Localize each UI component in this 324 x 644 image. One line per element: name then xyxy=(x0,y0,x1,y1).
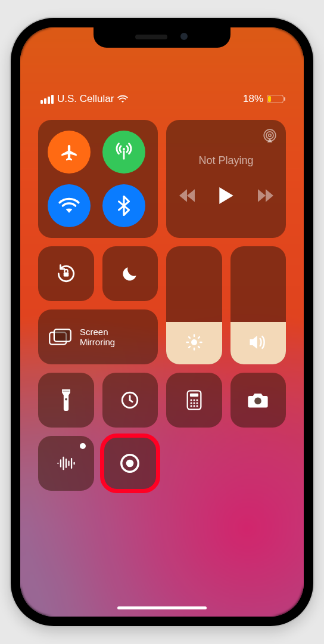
bluetooth-toggle[interactable] xyxy=(102,184,145,227)
screen-record-button[interactable] xyxy=(102,436,158,491)
wifi-icon xyxy=(58,197,80,215)
speaker-volume-icon xyxy=(230,333,286,351)
timer-icon xyxy=(120,390,140,410)
screen-mirroring-label-2: Mirroring xyxy=(80,337,115,347)
svg-point-19 xyxy=(190,405,192,407)
svg-rect-12 xyxy=(190,394,198,397)
carrier-label: U.S. Cellular xyxy=(57,93,114,105)
volume-slider[interactable] xyxy=(230,246,286,364)
rotation-lock-icon xyxy=(55,262,77,285)
svg-point-20 xyxy=(193,405,195,407)
next-track-button[interactable] xyxy=(258,189,273,202)
camera-icon xyxy=(247,391,269,409)
rotation-lock-toggle[interactable] xyxy=(38,246,94,301)
home-indicator[interactable] xyxy=(117,606,207,609)
airplane-mode-toggle[interactable] xyxy=(48,131,91,174)
svg-point-22 xyxy=(254,398,261,405)
screen-record-icon xyxy=(119,452,141,475)
svg-point-15 xyxy=(196,399,198,401)
cellular-antenna-icon xyxy=(114,142,134,162)
wifi-toggle[interactable] xyxy=(48,184,91,227)
airplay-icon[interactable] xyxy=(262,128,278,144)
battery-fill xyxy=(268,96,271,102)
voice-memo-button[interactable] xyxy=(38,436,94,491)
calculator-button[interactable] xyxy=(166,373,222,428)
now-playing-label: Not Playing xyxy=(198,154,253,167)
notch xyxy=(94,27,230,48)
svg-rect-7 xyxy=(54,329,71,341)
battery-percent-label: 18% xyxy=(243,93,263,105)
svg-point-5 xyxy=(191,339,197,345)
screen-mirroring-button[interactable]: Screen Mirroring xyxy=(38,309,158,364)
svg-point-24 xyxy=(126,460,134,467)
flashlight-icon xyxy=(60,389,72,411)
flashlight-button[interactable] xyxy=(38,373,94,428)
svg-point-14 xyxy=(193,399,195,401)
voice-memo-badge-icon xyxy=(80,443,86,449)
screen: U.S. Cellular 18% xyxy=(20,27,304,617)
svg-point-2 xyxy=(266,132,273,139)
svg-point-8 xyxy=(65,398,67,401)
screen-mirroring-label-1: Screen xyxy=(80,327,115,337)
brightness-slider[interactable] xyxy=(166,246,222,364)
svg-point-21 xyxy=(196,405,198,407)
do-not-disturb-toggle[interactable] xyxy=(102,246,158,301)
connectivity-module[interactable] xyxy=(38,120,158,238)
battery-icon xyxy=(267,95,284,103)
play-button[interactable] xyxy=(219,187,234,204)
signal-bars-icon xyxy=(40,95,54,104)
svg-rect-9 xyxy=(63,391,69,391)
control-center: Not Playing xyxy=(38,120,286,491)
phone-frame: U.S. Cellular 18% xyxy=(11,18,313,626)
svg-point-13 xyxy=(190,399,192,401)
camera-button[interactable] xyxy=(230,373,286,428)
cellular-data-toggle[interactable] xyxy=(102,131,145,174)
svg-point-18 xyxy=(196,402,198,404)
svg-point-3 xyxy=(269,134,271,137)
bluetooth-icon xyxy=(118,196,130,216)
brightness-sun-icon xyxy=(166,333,222,351)
airplane-icon xyxy=(59,142,79,162)
svg-point-16 xyxy=(190,402,192,404)
screen-mirroring-icon xyxy=(49,328,71,346)
previous-track-button[interactable] xyxy=(179,189,195,202)
svg-point-0 xyxy=(123,148,125,150)
svg-point-17 xyxy=(193,402,195,404)
voice-memo-icon xyxy=(56,455,76,472)
timer-button[interactable] xyxy=(102,373,158,428)
media-module[interactable]: Not Playing xyxy=(166,120,286,238)
svg-rect-4 xyxy=(63,273,68,277)
wifi-status-icon xyxy=(117,95,128,103)
calculator-icon xyxy=(186,390,202,410)
do-not-disturb-moon-icon xyxy=(120,264,139,283)
status-bar: U.S. Cellular 18% xyxy=(20,93,304,105)
